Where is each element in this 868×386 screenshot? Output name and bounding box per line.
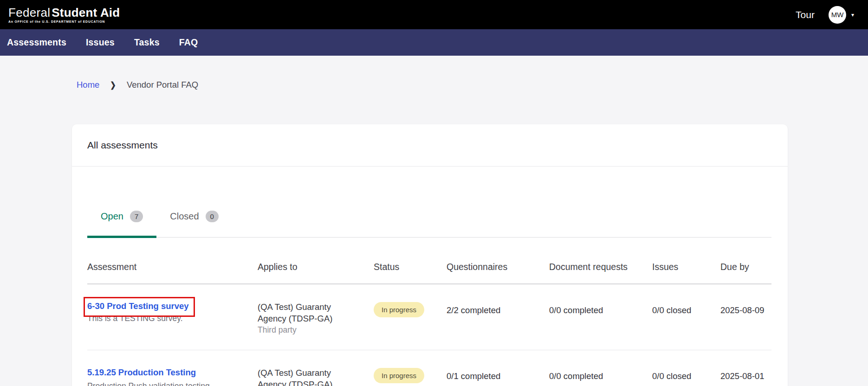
federal-student-aid-logo: FederalStudent Aid An OFFICE of the U.S.… (8, 6, 120, 23)
assessment-link[interactable]: 6-30 Prod Testing survey (87, 301, 189, 311)
assessments-card: All assessments Open 7 Closed 0 Assessme… (72, 124, 788, 386)
cell-issues: 0/0 closed (652, 301, 720, 336)
assessment-tabs: Open 7 Closed 0 (87, 211, 771, 238)
card-body: Open 7 Closed 0 Assessment Applies to St… (72, 211, 788, 386)
breadcrumb: Home ❯ Vendor Portal FAQ (77, 80, 868, 90)
breadcrumb-current: Vendor Portal FAQ (127, 80, 198, 90)
column-header-assessment: Assessment (87, 262, 258, 272)
cell-due-by: 2025-08-09 (720, 301, 771, 336)
tour-link[interactable]: Tour (796, 9, 815, 20)
logo-student-aid-text: Student Aid (52, 6, 120, 19)
assessment-link[interactable]: 5.19.25 Production Testing (87, 367, 196, 377)
breadcrumb-home-link[interactable]: Home (77, 80, 99, 90)
cell-due-by: 2025-08-01 (720, 367, 771, 386)
nav-item-tasks[interactable]: Tasks (134, 37, 160, 48)
column-header-due-by: Due by (720, 262, 771, 272)
cell-questionnaires: 2/2 completed (447, 301, 549, 336)
applies-to-org: (QA Test) Guaranty Agency (TDSP-GA) (258, 367, 343, 386)
annotation-highlight-box: 6-30 Prod Testing survey (84, 297, 195, 317)
tab-closed[interactable]: Closed 0 (156, 211, 232, 237)
logo-federal-text: Federal (8, 6, 50, 19)
main-nav: Assessments Issues Tasks FAQ (0, 29, 868, 56)
logo-wordmark: FederalStudent Aid (8, 6, 120, 19)
cell-applies-to: (QA Test) Guaranty Agency (TDSP-GA) Thir… (258, 301, 374, 336)
assessment-subtitle: Production Push validation testing (87, 381, 246, 386)
cell-issues: 0/0 closed (652, 367, 720, 386)
top-bar-right: Tour MW ▾ (796, 6, 854, 24)
cell-status: In progress (374, 367, 447, 386)
cell-questionnaires: 0/1 completed (447, 367, 549, 386)
user-menu[interactable]: MW ▾ (829, 6, 854, 24)
logo-tagline: An OFFICE of the U.S. DEPARTMENT of EDUC… (8, 20, 120, 23)
cell-assessment: 6-30 Prod Testing survey This is a TESTI… (87, 301, 258, 336)
column-header-issues: Issues (652, 262, 720, 272)
applies-to-org: (QA Test) Guaranty Agency (TDSP-GA) (258, 301, 343, 324)
status-badge: In progress (374, 368, 424, 383)
column-header-applies-to: Applies to (258, 262, 374, 272)
tab-open[interactable]: Open 7 (87, 211, 156, 237)
chevron-right-icon: ❯ (110, 80, 116, 90)
nav-item-faq[interactable]: FAQ (179, 37, 198, 48)
tab-closed-label: Closed (170, 211, 199, 222)
tab-closed-count-badge: 0 (206, 211, 219, 222)
cell-document-requests: 0/0 completed (549, 301, 652, 336)
table-row: 5.19.25 Production Testing Production Pu… (87, 350, 771, 386)
table-header: Assessment Applies to Status Questionnai… (87, 238, 771, 284)
column-header-document-requests: Document requests (549, 262, 652, 272)
card-header: All assessments (72, 124, 788, 167)
status-badge: In progress (374, 302, 424, 317)
avatar[interactable]: MW (829, 6, 846, 24)
column-header-questionnaires: Questionnaires (447, 262, 549, 272)
cell-document-requests: 0/0 completed (549, 367, 652, 386)
applies-to-type: Third party (258, 324, 363, 336)
nav-item-assessments[interactable]: Assessments (7, 37, 66, 48)
cell-assessment: 5.19.25 Production Testing Production Pu… (87, 367, 258, 386)
column-header-status: Status (374, 262, 447, 272)
card-title: All assessments (87, 140, 158, 151)
nav-item-issues[interactable]: Issues (86, 37, 115, 48)
caret-down-icon[interactable]: ▾ (851, 12, 854, 18)
cell-applies-to: (QA Test) Guaranty Agency (TDSP-GA) (258, 367, 374, 386)
tab-open-count-badge: 7 (130, 211, 143, 222)
table-row: 6-30 Prod Testing survey This is a TESTI… (87, 284, 771, 350)
cell-status: In progress (374, 301, 447, 336)
tab-open-label: Open (101, 211, 123, 222)
top-bar: FederalStudent Aid An OFFICE of the U.S.… (0, 0, 868, 29)
